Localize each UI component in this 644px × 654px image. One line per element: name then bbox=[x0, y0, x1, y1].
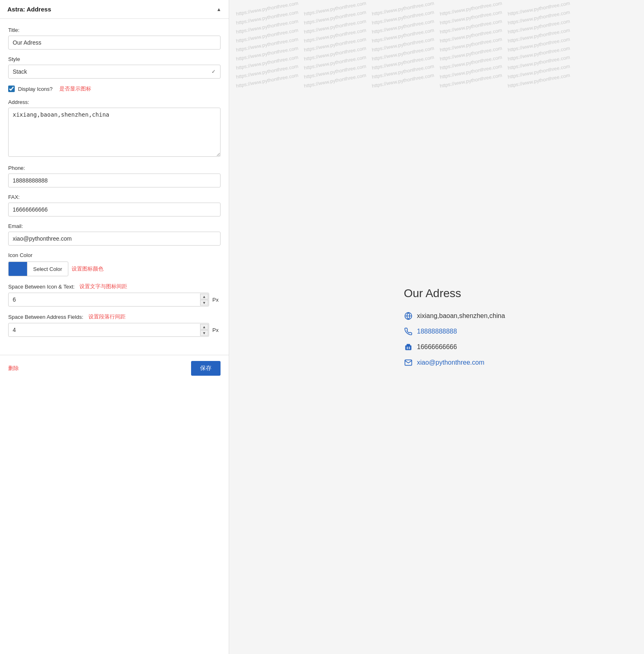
space-address-spinner-row: ▲ ▼ Px bbox=[8, 323, 221, 337]
watermark-item: https://www.pythonthree.com bbox=[236, 54, 299, 71]
svg-rect-5 bbox=[409, 347, 410, 348]
watermark-item: https://www.pythonthree.com bbox=[304, 0, 367, 17]
watermark-item: https://www.pythonthree.com bbox=[372, 27, 435, 44]
address-field-group: Address: xixiang,baoan,shenzhen,china bbox=[8, 99, 221, 158]
fax-input[interactable] bbox=[8, 203, 221, 216]
watermark-item: https://www.pythonthree.com bbox=[507, 9, 570, 26]
space-icon-text-input[interactable] bbox=[8, 293, 209, 307]
display-icons-checkbox[interactable] bbox=[8, 86, 15, 92]
svg-rect-3 bbox=[407, 344, 410, 346]
space-address-arrows: ▲ ▼ bbox=[200, 324, 208, 336]
watermark-item: https://www.pythonthree.com bbox=[236, 36, 299, 53]
watermark-item: https://www.pythonthree.com bbox=[372, 0, 435, 17]
title-field-group: Title: bbox=[8, 27, 221, 50]
space-address-label: Space Between Address Fields: bbox=[8, 314, 83, 320]
icon-color-hint: 设置图标颜色 bbox=[72, 265, 104, 273]
panel-body: Title: Style Stack Inline Grid ✓ Display… bbox=[0, 19, 229, 352]
preview-item-text: xiao@pythonthree.com bbox=[417, 359, 484, 366]
watermark-item: https://www.pythonthree.com bbox=[304, 72, 367, 89]
preview-items: xixiang,baoan,shenzhen,china188888888881… bbox=[404, 311, 535, 367]
watermark-item: https://www.pythonthree.com bbox=[507, 27, 570, 44]
display-icons-label[interactable]: Display Icons? bbox=[18, 86, 53, 92]
svg-rect-2 bbox=[405, 345, 412, 350]
panel-header: Astra: Address ▲ bbox=[0, 0, 229, 19]
phone-input[interactable] bbox=[8, 174, 221, 187]
preview-item: xixiang,baoan,shenzhen,china bbox=[404, 311, 535, 320]
fax-icon bbox=[404, 343, 413, 352]
space-address-hint: 设置段落行间距 bbox=[88, 313, 126, 320]
watermark-item: https://www.pythonthree.com bbox=[304, 63, 367, 80]
space-icon-text-down-btn[interactable]: ▼ bbox=[200, 300, 208, 306]
watermark-item: https://www.pythonthree.com bbox=[507, 63, 570, 80]
email-field-group: Email: bbox=[8, 223, 221, 246]
watermark-item: https://www.pythonthree.com bbox=[236, 0, 299, 17]
watermark-item: https://www.pythonthree.com bbox=[439, 9, 502, 26]
watermark-item: https://www.pythonthree.com bbox=[372, 54, 435, 71]
space-address-label-row: Space Between Address Fields: 设置段落行间距 bbox=[8, 313, 221, 320]
watermark-item: https://www.pythonthree.com bbox=[304, 27, 367, 44]
style-select-wrapper: Stack Inline Grid ✓ bbox=[8, 65, 221, 79]
delete-button[interactable]: 删除 bbox=[8, 365, 19, 372]
space-address-unit: Px bbox=[212, 327, 221, 333]
address-label: Address: bbox=[8, 99, 221, 105]
save-button[interactable]: 保存 bbox=[191, 361, 221, 376]
watermark-item: https://www.pythonthree.com bbox=[236, 27, 299, 44]
preview-item-text: xixiang,baoan,shenzhen,china bbox=[417, 312, 505, 320]
right-panel: https://www.pythonthree.comhttps://www.p… bbox=[229, 0, 644, 654]
watermark-item: https://www.pythonthree.com bbox=[236, 63, 299, 80]
watermark-item: https://www.pythonthree.com bbox=[372, 18, 435, 35]
style-label: Style bbox=[8, 56, 221, 62]
preview-content: Our Adress xixiang,baoan,shenzhen,china1… bbox=[387, 271, 551, 383]
space-icon-text-input-wrap: ▲ ▼ bbox=[8, 293, 209, 307]
svg-rect-4 bbox=[407, 347, 408, 348]
email-icon bbox=[404, 358, 413, 367]
email-input[interactable] bbox=[8, 232, 221, 246]
watermark-item: https://www.pythonthree.com bbox=[372, 72, 435, 89]
collapse-icon[interactable]: ▲ bbox=[216, 7, 221, 12]
preview-item-text: 16666666666 bbox=[417, 343, 457, 351]
watermark-item: https://www.pythonthree.com bbox=[304, 9, 367, 26]
watermark-item: https://www.pythonthree.com bbox=[439, 18, 502, 35]
title-label: Title: bbox=[8, 27, 221, 33]
space-icon-text-spinner-row: ▲ ▼ Px bbox=[8, 293, 221, 307]
display-icons-hint: 是否显示图标 bbox=[59, 85, 91, 92]
icon-color-label: Icon Color bbox=[8, 252, 221, 258]
watermark-item: https://www.pythonthree.com bbox=[372, 9, 435, 26]
icon-color-section: Icon Color Select Color 设置图标颜色 bbox=[8, 252, 221, 276]
svg-rect-6 bbox=[407, 348, 408, 350]
space-icon-text-label: Space Between Icon & Text: bbox=[8, 284, 74, 290]
watermark-item: https://www.pythonthree.com bbox=[439, 0, 502, 17]
select-color-button[interactable]: Select Color bbox=[27, 262, 68, 276]
space-icon-text-up-btn[interactable]: ▲ bbox=[200, 294, 208, 300]
space-address-down-btn[interactable]: ▼ bbox=[200, 330, 208, 336]
watermark-item: https://www.pythonthree.com bbox=[236, 9, 299, 26]
svg-rect-7 bbox=[409, 348, 410, 350]
fax-label: FAX: bbox=[8, 194, 221, 200]
phone-field-group: Phone: bbox=[8, 165, 221, 187]
space-address-group: Space Between Address Fields: 设置段落行间距 ▲ … bbox=[8, 313, 221, 337]
watermark-item: https://www.pythonthree.com bbox=[236, 72, 299, 89]
watermark-item: https://www.pythonthree.com bbox=[439, 72, 502, 89]
title-input[interactable] bbox=[8, 36, 221, 50]
space-icon-text-label-row: Space Between Icon & Text: 设置文字与图标间距 bbox=[8, 283, 221, 290]
watermark-item: https://www.pythonthree.com bbox=[507, 18, 570, 35]
watermark-item: https://www.pythonthree.com bbox=[439, 27, 502, 44]
color-swatch[interactable] bbox=[8, 262, 27, 276]
preview-item: xiao@pythonthree.com bbox=[404, 358, 535, 367]
panel-footer: 删除 保存 bbox=[0, 355, 229, 381]
watermark-item: https://www.pythonthree.com bbox=[372, 36, 435, 53]
preview-item: 18888888888 bbox=[404, 327, 535, 336]
email-label: Email: bbox=[8, 223, 221, 229]
watermark-item: https://www.pythonthree.com bbox=[507, 54, 570, 71]
watermark-item: https://www.pythonthree.com bbox=[439, 36, 502, 53]
style-select[interactable]: Stack Inline Grid bbox=[8, 65, 221, 79]
globe-icon bbox=[404, 311, 413, 320]
space-address-input[interactable] bbox=[8, 323, 209, 337]
watermark-item: https://www.pythonthree.com bbox=[507, 72, 570, 89]
address-input[interactable]: xixiang,baoan,shenzhen,china bbox=[8, 108, 221, 157]
watermark-item: https://www.pythonthree.com bbox=[439, 45, 502, 62]
preview-item-text: 18888888888 bbox=[417, 328, 457, 335]
phone-icon bbox=[404, 327, 413, 336]
display-icons-row: Display Icons? 是否显示图标 bbox=[8, 85, 221, 92]
space-address-up-btn[interactable]: ▲ bbox=[200, 324, 208, 330]
